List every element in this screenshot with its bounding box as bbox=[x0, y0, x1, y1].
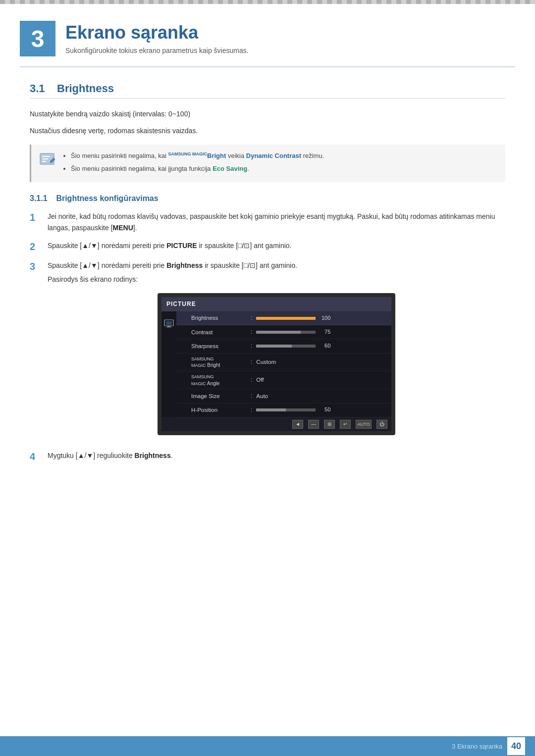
section-title: Brightness bbox=[57, 82, 114, 95]
svg-rect-5 bbox=[166, 321, 172, 325]
osd-row-brightness: Brightness : 100 bbox=[176, 311, 391, 325]
osd-menu: PICTURE bbox=[161, 297, 391, 431]
osd-items: Brightness : 100 bbox=[176, 311, 391, 417]
osd-bar-fill bbox=[256, 408, 286, 411]
osd-screenshot: PICTURE bbox=[158, 293, 395, 435]
page-footer: 3 Ekrano sąranka 40 bbox=[0, 736, 535, 756]
osd-bar-container: 100 bbox=[256, 314, 330, 323]
step-text-3: Spauskite [▲/▼] norėdami pereiti prie Br… bbox=[48, 260, 505, 443]
step-number-2: 2 bbox=[30, 240, 44, 253]
osd-row-magic-angle: SAMSUNG MAGIC Angle : Off bbox=[176, 371, 391, 389]
osd-controls: ◄ — ⊞ ↵ AUTO ⏻ bbox=[161, 417, 391, 431]
osd-btn-enter[interactable]: ↵ bbox=[340, 420, 351, 429]
osd-bar-container: 50 bbox=[256, 405, 330, 414]
osd-label: SAMSUNG MAGIC Angle bbox=[191, 373, 251, 387]
osd-label: Sharpness bbox=[191, 342, 251, 351]
svg-rect-1 bbox=[42, 156, 50, 157]
osd-value: Auto bbox=[256, 392, 268, 401]
chapter-title: Ekrano sąranka bbox=[65, 23, 249, 43]
section-number: 3.1 bbox=[30, 82, 45, 95]
osd-row-magic-bright: SAMSUNG MAGIC Bright : Custom bbox=[176, 353, 391, 371]
chapter-number: 3 bbox=[20, 21, 55, 56]
osd-bar-container: 75 bbox=[256, 328, 330, 337]
osd-sidebar bbox=[161, 311, 176, 328]
top-stripe bbox=[0, 0, 535, 4]
chapter-header: 3 Ekrano sąranka Sukonfigūruokite tokius… bbox=[0, 4, 535, 66]
osd-number: 60 bbox=[319, 342, 330, 351]
section-heading: 3.1 Brightness bbox=[30, 82, 505, 99]
osd-row-hposition: H-Position : 50 bbox=[176, 403, 391, 417]
step-item: 3 Spauskite [▲/▼] norėdami pereiti prie … bbox=[30, 260, 505, 443]
osd-value: Custom bbox=[256, 357, 276, 366]
svg-rect-2 bbox=[42, 158, 48, 159]
footer-page-number: 40 bbox=[507, 737, 525, 755]
header-rule bbox=[20, 66, 515, 67]
osd-bar bbox=[256, 345, 316, 348]
osd-content-row: Brightness : 100 bbox=[161, 311, 391, 417]
osd-number: 100 bbox=[319, 314, 330, 323]
note-icon bbox=[39, 151, 57, 167]
osd-bar bbox=[256, 408, 316, 411]
svg-rect-3 bbox=[42, 161, 46, 162]
osd-bar-fill bbox=[256, 317, 316, 320]
osd-number: 75 bbox=[319, 328, 330, 337]
osd-btn-plus[interactable]: ⊞ bbox=[324, 420, 335, 429]
osd-btn-power[interactable]: ⏻ bbox=[376, 420, 387, 429]
osd-btn-auto[interactable]: AUTO bbox=[356, 420, 372, 429]
step-number-4: 4 bbox=[30, 450, 44, 463]
note-box: Šio meniu pasirinkti negalima, kai SAMSU… bbox=[30, 145, 505, 183]
osd-number: 50 bbox=[319, 405, 330, 414]
step-number-3: 3 bbox=[30, 260, 44, 273]
subsection-heading: 3.1.1 Brightness konfigūravimas bbox=[30, 194, 505, 203]
chapter-subtitle: Sukonfigūruokite tokius ekrano parametru… bbox=[65, 47, 249, 54]
osd-label: SAMSUNG MAGIC Bright bbox=[191, 355, 251, 369]
step-item: 1 Jei norite, kad būtų rodomas klavišų v… bbox=[30, 211, 505, 233]
step-item: 4 Mygtuku [▲/▼] reguliuokite Brightness. bbox=[30, 450, 505, 463]
osd-row-sharpness: Sharpness : 60 bbox=[176, 339, 391, 353]
osd-bar-fill bbox=[256, 331, 301, 334]
step-item: 2 Spauskite [▲/▼] norėdami pereiti prie … bbox=[30, 240, 505, 253]
body-text-1: Nustatykite bendrą vaizdo skaistį (inter… bbox=[30, 108, 505, 119]
osd-bar-fill bbox=[256, 345, 292, 348]
osd-label: Image Size bbox=[191, 392, 251, 401]
steps-list: 1 Jei norite, kad būtų rodomas klavišų v… bbox=[30, 211, 505, 462]
footer-text: 3 Ekrano sąranka bbox=[452, 743, 502, 750]
osd-btn-minus[interactable]: — bbox=[308, 420, 319, 429]
body-text-2: Nustačius didesnę vertę, rodomas skaiste… bbox=[30, 125, 505, 136]
svg-rect-6 bbox=[167, 326, 170, 327]
osd-btn-left[interactable]: ◄ bbox=[292, 420, 303, 429]
step-text-1: Jei norite, kad būtų rodomas klavišų vad… bbox=[48, 211, 505, 233]
svg-rect-7 bbox=[166, 327, 171, 327]
step-text-2: Spauskite [▲/▼] norėdami pereiti prie PI… bbox=[48, 240, 505, 251]
osd-label: Brightness bbox=[191, 313, 251, 322]
osd-bar bbox=[256, 331, 316, 334]
step-number-1: 1 bbox=[30, 211, 44, 224]
main-content: 3.1 Brightness Nustatykite bendrą vaizdo… bbox=[0, 82, 535, 509]
osd-label: Contrast bbox=[191, 328, 251, 337]
osd-title: PICTURE bbox=[161, 297, 391, 311]
osd-value: Off bbox=[256, 375, 264, 384]
chapter-title-area: Ekrano sąranka Sukonfigūruokite tokius e… bbox=[65, 19, 249, 54]
osd-bar bbox=[256, 317, 316, 320]
osd-label: H-Position bbox=[191, 405, 251, 414]
osd-row-contrast: Contrast : 75 bbox=[176, 325, 391, 339]
osd-row-image-size: Image Size : Auto bbox=[176, 389, 391, 403]
osd-bar-container: 60 bbox=[256, 342, 330, 351]
note-content: Šio meniu pasirinkti negalima, kai SAMSU… bbox=[63, 151, 324, 177]
step-text-4: Mygtuku [▲/▼] reguliuokite Brightness. bbox=[48, 450, 505, 461]
